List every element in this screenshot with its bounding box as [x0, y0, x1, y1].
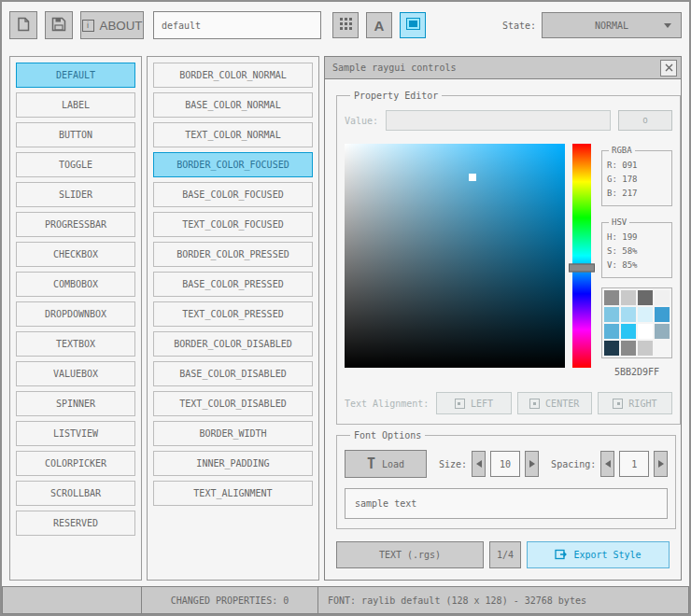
palette-swatch[interactable]: [621, 307, 636, 322]
controls-list-item[interactable]: SLIDER: [16, 182, 135, 207]
size-increase-button[interactable]: [525, 451, 539, 477]
palette-swatch[interactable]: [638, 341, 653, 356]
palette-swatch[interactable]: [604, 324, 619, 339]
sample-text-box[interactable]: sample text: [345, 488, 668, 519]
format-page-button[interactable]: 1/4: [489, 541, 521, 568]
controls-list-item[interactable]: BUTTON: [16, 122, 135, 147]
rgba-r-value: R: 091: [607, 159, 667, 173]
properties-list-item[interactable]: BASE_COLOR_DISABLED: [153, 361, 313, 386]
window-titlebar[interactable]: Sample raygui controls: [325, 57, 681, 79]
controls-list-item[interactable]: SCROLLBAR: [16, 481, 135, 506]
color-readouts: RGBA R: 091 G: 178 B: 217 HSV H: 199 S: …: [601, 144, 672, 377]
color-picker: RGBA R: 091 G: 178 B: 217 HSV H: 199 S: …: [345, 144, 672, 377]
controls-list-item[interactable]: COLORPICKER: [16, 451, 135, 476]
style-name-input[interactable]: [153, 11, 321, 39]
color-style-icon: [406, 18, 420, 33]
text-alignment-row: Text Alignment: LEFT CENTER RIGHT: [345, 392, 672, 414]
value-input[interactable]: [386, 110, 611, 131]
export-icon: [555, 548, 567, 562]
align-left-button[interactable]: LEFT: [436, 392, 511, 414]
font-row: T Load Size: 10 Spacing: 1: [345, 450, 668, 478]
properties-list-item[interactable]: TEXT_COLOR_DISABLED: [153, 391, 313, 416]
controls-list-item[interactable]: DEFAULT: [16, 63, 135, 88]
new-file-button[interactable]: [9, 11, 37, 39]
spacing-decrease-button[interactable]: [600, 451, 614, 477]
controls-list-item[interactable]: RESERVED: [16, 511, 135, 536]
rgba-label: RGBA: [609, 146, 635, 155]
controls-list-item[interactable]: DROPDOWNBOX: [16, 301, 135, 327]
properties-list-item[interactable]: BORDER_COLOR_DISABLED: [153, 331, 313, 357]
spacing-label: Spacing:: [551, 459, 596, 469]
palette-swatch[interactable]: [638, 290, 653, 305]
hue-slider[interactable]: [572, 144, 591, 368]
palette-swatch[interactable]: [655, 290, 670, 305]
controls-list-item[interactable]: LABEL: [16, 92, 135, 118]
spacing-increase-button[interactable]: [654, 451, 668, 477]
size-decrease-button[interactable]: [472, 451, 486, 477]
export-row: TEXT (.rgs) 1/4 Export Style: [336, 541, 670, 568]
controls-list-item[interactable]: PROGRESSBAR: [16, 212, 135, 237]
align-right-button[interactable]: RIGHT: [598, 392, 672, 414]
hsv-h-value: H: 199: [607, 231, 667, 245]
sample-text: sample text: [355, 498, 416, 509]
export-style-button[interactable]: Export Style: [527, 541, 670, 568]
rgba-g-value: G: 178: [607, 173, 667, 187]
font-mode-button[interactable]: A: [366, 12, 392, 38]
properties-list-item[interactable]: BORDER_COLOR_NORMAL: [153, 63, 313, 88]
hsv-label: HSV: [609, 217, 629, 227]
controls-list-item[interactable]: TOGGLE: [16, 152, 135, 177]
color-mode-button[interactable]: [400, 12, 426, 38]
palette-swatch[interactable]: [604, 341, 619, 356]
hue-slider-handle[interactable]: [569, 263, 595, 272]
controls-list-item[interactable]: TEXTBOX: [16, 331, 135, 357]
palette-swatch[interactable]: [655, 324, 670, 339]
palette-swatch[interactable]: [638, 307, 653, 322]
palette-swatch[interactable]: [638, 324, 653, 339]
close-button[interactable]: [660, 60, 677, 77]
palette-swatch[interactable]: [621, 290, 636, 305]
properties-list-item[interactable]: BORDER_COLOR_PRESSED: [153, 242, 313, 267]
property-editor-group: Property Editor Value: 0: [336, 91, 681, 425]
grid-mode-button[interactable]: [332, 12, 359, 38]
color-selector-marker[interactable]: [469, 174, 476, 181]
spacing-value: 1: [619, 451, 649, 477]
save-style-button[interactable]: [45, 11, 73, 39]
load-font-button[interactable]: T Load: [345, 450, 427, 478]
save-icon: [51, 17, 66, 35]
palette-swatch[interactable]: [655, 341, 670, 356]
controls-list-item[interactable]: LISTVIEW: [16, 421, 135, 446]
palette-swatch[interactable]: [604, 307, 619, 322]
align-right-label: RIGHT: [628, 399, 656, 409]
properties-list-item[interactable]: BASE_COLOR_NORMAL: [153, 92, 313, 118]
properties-list-item[interactable]: INNER_PADDING: [153, 451, 313, 476]
controls-list-item[interactable]: VALUEBOX: [16, 361, 135, 386]
align-center-button[interactable]: CENTER: [517, 392, 592, 414]
controls-list-item[interactable]: SPINNER: [16, 391, 135, 416]
palette-swatch[interactable]: [621, 341, 636, 356]
state-dropdown[interactable]: NORMAL: [542, 12, 682, 38]
palette-swatch[interactable]: [621, 324, 636, 339]
properties-list-item[interactable]: BASE_COLOR_FOCUSED: [153, 182, 313, 207]
export-format-button[interactable]: TEXT (.rgs): [336, 541, 484, 568]
arrow-left-icon: [476, 460, 482, 468]
palette-swatch[interactable]: [604, 290, 619, 305]
controls-list-item[interactable]: CHECKBOX: [16, 242, 135, 267]
properties-list-item[interactable]: TEXT_COLOR_NORMAL: [153, 122, 313, 147]
controls-list-item[interactable]: COMBOBOX: [16, 272, 135, 297]
about-button[interactable]: i ABOUT: [80, 11, 144, 39]
saturation-value-panel[interactable]: [345, 144, 565, 368]
properties-list-item[interactable]: BORDER_WIDTH: [153, 421, 313, 446]
statusbar-font-info: FONT: raylib default (128 x 128) - 32768…: [317, 586, 689, 614]
main-area: DEFAULT LABEL BUTTON TOGGLE SLIDER PROGR…: [2, 49, 689, 586]
file-icon: [16, 17, 31, 35]
palette-swatch[interactable]: [655, 307, 670, 322]
arrow-right-icon: [529, 460, 535, 468]
properties-list-item[interactable]: TEXT_COLOR_PRESSED: [153, 301, 313, 327]
align-right-icon: [613, 399, 623, 409]
properties-list-item[interactable]: BASE_COLOR_PRESSED: [153, 272, 313, 297]
spacer: [601, 206, 672, 216]
properties-list-item[interactable]: TEXT_ALIGNMENT: [153, 481, 313, 506]
properties-list-item[interactable]: BORDER_COLOR_FOCUSED: [153, 152, 313, 177]
value-spinner-button[interactable]: 0: [618, 110, 672, 131]
properties-list-item[interactable]: TEXT_COLOR_FOCUSED: [153, 212, 313, 237]
